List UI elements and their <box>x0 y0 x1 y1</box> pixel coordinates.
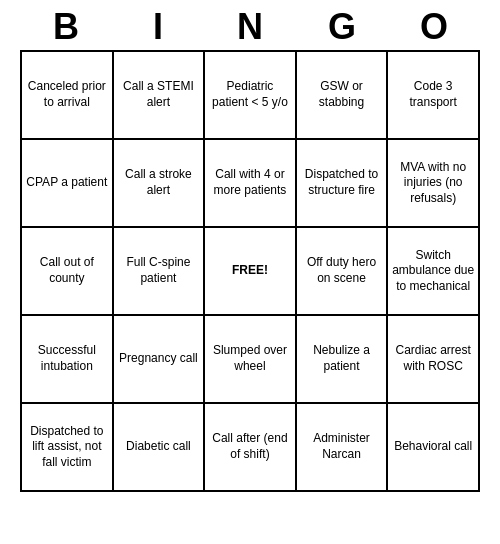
cell-r1-c4[interactable]: MVA with no injuries (no refusals) <box>387 139 479 227</box>
cell-r2-c0[interactable]: Call out of county <box>21 227 113 315</box>
cell-r3-c0[interactable]: Successful intubation <box>21 315 113 403</box>
cell-r1-c0[interactable]: CPAP a patient <box>21 139 113 227</box>
cell-r2-c2[interactable]: FREE! <box>204 227 295 315</box>
cell-r4-c4[interactable]: Behavioral call <box>387 403 479 491</box>
cell-r0-c4[interactable]: Code 3 transport <box>387 51 479 139</box>
cell-r2-c3[interactable]: Off duty hero on scene <box>296 227 388 315</box>
cell-r0-c3[interactable]: GSW or stabbing <box>296 51 388 139</box>
bingo-header: B I N G O <box>20 0 480 50</box>
bingo-grid: Canceled prior to arrivalCall a STEMI al… <box>20 50 480 492</box>
letter-g: G <box>298 6 386 48</box>
cell-r3-c2[interactable]: Slumped over wheel <box>204 315 295 403</box>
letter-o: O <box>390 6 478 48</box>
cell-r1-c1[interactable]: Call a stroke alert <box>113 139 205 227</box>
cell-r3-c4[interactable]: Cardiac arrest with ROSC <box>387 315 479 403</box>
cell-r2-c4[interactable]: Switch ambulance due to mechanical <box>387 227 479 315</box>
letter-i: I <box>114 6 202 48</box>
letter-n: N <box>206 6 294 48</box>
cell-r2-c1[interactable]: Full C-spine patient <box>113 227 205 315</box>
cell-r1-c3[interactable]: Dispatched to structure fire <box>296 139 388 227</box>
cell-r4-c1[interactable]: Diabetic call <box>113 403 205 491</box>
cell-r1-c2[interactable]: Call with 4 or more patients <box>204 139 295 227</box>
cell-r3-c1[interactable]: Pregnancy call <box>113 315 205 403</box>
cell-r0-c0[interactable]: Canceled prior to arrival <box>21 51 113 139</box>
cell-r4-c0[interactable]: Dispatched to lift assist, not fall vict… <box>21 403 113 491</box>
cell-r0-c2[interactable]: Pediatric patient < 5 y/o <box>204 51 295 139</box>
cell-r3-c3[interactable]: Nebulize a patient <box>296 315 388 403</box>
cell-r4-c2[interactable]: Call after (end of shift) <box>204 403 295 491</box>
letter-b: B <box>22 6 110 48</box>
cell-r0-c1[interactable]: Call a STEMI alert <box>113 51 205 139</box>
cell-r4-c3[interactable]: Administer Narcan <box>296 403 388 491</box>
